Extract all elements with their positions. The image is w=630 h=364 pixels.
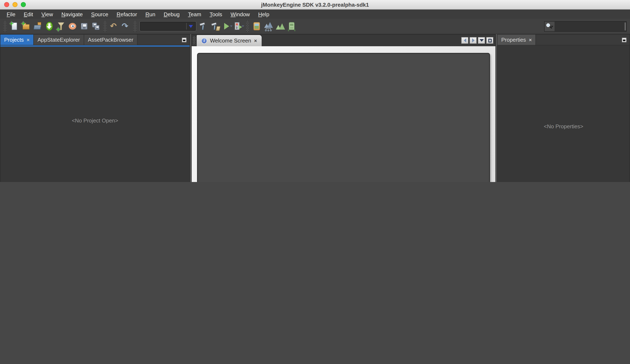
application-window: jMonkeyEngine SDK v3.2.0-prealpha-sdk1 F… [0,0,630,182]
maximize-editor-button[interactable] [486,37,493,44]
toolbar-grip[interactable] [134,21,136,32]
minimize-panel-button[interactable] [622,37,627,42]
properties-empty-area: <No Properties> [498,45,630,182]
quick-search-box[interactable] [544,21,627,31]
clean-build-project-icon[interactable] [210,21,220,31]
menu-navigate[interactable]: Navigate [57,11,87,17]
welcome-screen-content [192,46,496,182]
config-combobox[interactable] [140,22,196,31]
minimize-window-button[interactable] [12,2,18,7]
menu-source[interactable]: Source [87,11,112,17]
editor-area: Welcome Screen [191,34,496,182]
new-file-icon[interactable] [9,21,19,31]
scene-composer-icon[interactable] [263,21,273,31]
update-center-icon[interactable] [44,21,54,31]
editor-properties-row: Welcome Screen [191,34,630,182]
projects-empty-area: <No Project Open> [0,47,190,182]
menu-team[interactable]: Team [184,11,206,17]
toolbar-grip[interactable] [246,21,249,32]
material-editor-icon[interactable] [252,21,262,31]
tabrow-grip[interactable] [193,36,196,44]
menu-help[interactable]: Help [254,11,274,17]
tab-label: Properties [501,37,526,43]
welcome-screen-canvas [197,53,490,182]
blender-icon[interactable] [68,21,78,31]
tab-assetpackbrowser[interactable]: AssetPackBrowser [84,34,138,45]
save-icon[interactable] [79,21,89,31]
tab-properties[interactable]: Properties [498,34,536,45]
build-project-icon[interactable] [198,21,208,31]
toolbar-grip[interactable] [4,21,6,32]
profile-project-icon[interactable] [233,21,243,31]
properties-tabrow: Properties [498,34,630,45]
right-column: Welcome Screen [191,34,630,182]
menu-edit[interactable]: Edit [20,11,37,17]
tab-appstateexplorer[interactable]: AppStateExplorer [34,34,84,45]
chevron-down-icon [551,26,553,27]
combo-divider [186,23,187,29]
tab-projects[interactable]: Projects [0,34,34,45]
menu-view[interactable]: View [37,11,57,17]
new-project-icon[interactable] [21,21,31,31]
redo-icon[interactable] [121,21,131,31]
import-model-icon[interactable] [56,21,66,31]
tab-label: AppStateExplorer [38,37,80,43]
chevron-down-icon[interactable] [189,25,193,28]
tab-list-dropdown-button[interactable] [478,37,485,44]
close-icon[interactable] [27,37,30,42]
editor-tab-controls [461,34,496,46]
menu-window[interactable]: Window [226,11,254,17]
close-window-button[interactable] [4,2,9,7]
terrain-editor-icon[interactable] [275,21,285,31]
menu-file[interactable]: File [2,11,20,17]
window-title: jMonkeyEngine SDK v3.2.0-prealpha-sdk1 [261,1,369,8]
menu-run[interactable]: Run [141,11,160,17]
traffic-lights [4,2,26,7]
minimize-panel-button[interactable] [182,37,187,42]
info-icon [201,38,207,43]
properties-panel: Properties <No Properties> [497,34,630,182]
run-project-icon[interactable] [222,21,232,31]
close-icon[interactable] [529,37,532,42]
search-input[interactable] [555,21,626,31]
scroll-tabs-left-button[interactable] [461,37,468,44]
tab-welcome-screen[interactable]: Welcome Screen [196,34,262,46]
menu-tools[interactable]: Tools [206,11,226,17]
editor-tabrow: Welcome Screen [192,34,496,46]
menu-refactor[interactable]: Refactor [112,11,141,17]
save-all-icon[interactable] [91,21,101,31]
no-properties-text: <No Properties> [544,123,583,129]
titlebar: jMonkeyEngine SDK v3.2.0-prealpha-sdk1 [0,0,630,9]
open-project-icon[interactable] [32,21,42,31]
no-project-open-text: <No Project Open> [72,117,118,123]
search-box-edge [624,22,626,30]
vehicle-creator-icon[interactable] [287,21,297,31]
toolbar [0,19,630,34]
projects-tabrow: Projects AppStateExplorer AssetPackBrows… [0,34,190,45]
tab-label: AssetPackBrowser [88,37,133,43]
undo-icon[interactable] [109,21,119,31]
projects-panel: Projects AppStateExplorer AssetPackBrows… [0,34,190,182]
menubar: File Edit View Navigate Source Refactor … [0,9,630,19]
toolbar-grip[interactable] [104,21,106,32]
scroll-tabs-right-button[interactable] [470,37,477,44]
zoom-window-button[interactable] [21,2,26,7]
main-area: Projects AppStateExplorer AssetPackBrows… [0,34,630,182]
close-icon[interactable] [254,38,257,43]
menu-debug[interactable]: Debug [160,11,184,17]
search-icon[interactable] [544,21,555,31]
tab-label: Welcome Screen [210,37,251,44]
left-column: Projects AppStateExplorer AssetPackBrows… [0,34,190,182]
tab-label: Projects [4,37,24,43]
